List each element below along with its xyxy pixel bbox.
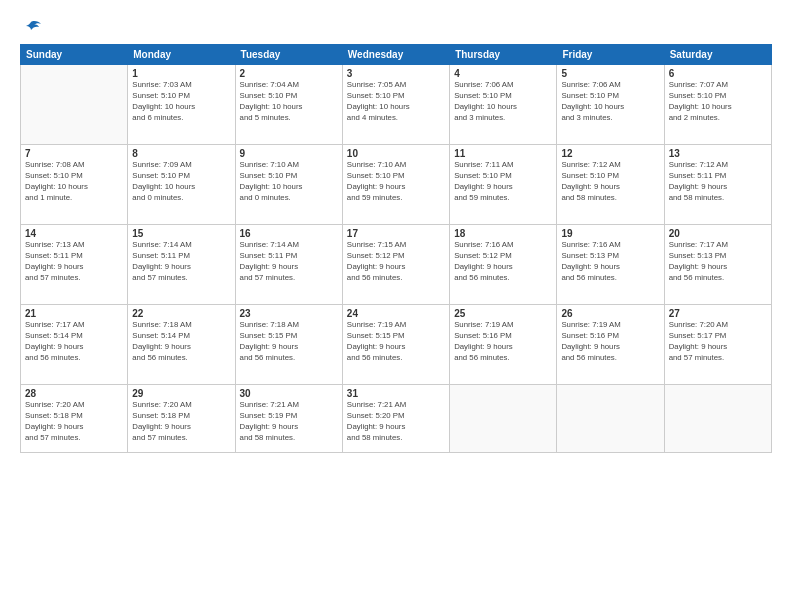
day-number: 3 [347,68,445,79]
day-info: Sunrise: 7:13 AMSunset: 5:11 PMDaylight:… [25,240,123,284]
day-number: 16 [240,228,338,239]
calendar-cell: 29Sunrise: 7:20 AMSunset: 5:18 PMDayligh… [128,385,235,453]
day-info: Sunrise: 7:06 AMSunset: 5:10 PMDaylight:… [454,80,552,124]
calendar-cell: 30Sunrise: 7:21 AMSunset: 5:19 PMDayligh… [235,385,342,453]
day-number: 10 [347,148,445,159]
day-number: 24 [347,308,445,319]
day-info: Sunrise: 7:16 AMSunset: 5:13 PMDaylight:… [561,240,659,284]
day-number: 30 [240,388,338,399]
day-info: Sunrise: 7:17 AMSunset: 5:13 PMDaylight:… [669,240,767,284]
calendar-cell: 10Sunrise: 7:10 AMSunset: 5:10 PMDayligh… [342,145,449,225]
calendar-cell: 16Sunrise: 7:14 AMSunset: 5:11 PMDayligh… [235,225,342,305]
calendar-header-row: SundayMondayTuesdayWednesdayThursdayFrid… [21,45,772,65]
day-info: Sunrise: 7:07 AMSunset: 5:10 PMDaylight:… [669,80,767,124]
calendar-cell: 17Sunrise: 7:15 AMSunset: 5:12 PMDayligh… [342,225,449,305]
calendar-cell: 3Sunrise: 7:05 AMSunset: 5:10 PMDaylight… [342,65,449,145]
calendar-cell: 23Sunrise: 7:18 AMSunset: 5:15 PMDayligh… [235,305,342,385]
day-number: 1 [132,68,230,79]
logo [20,18,43,36]
calendar-cell: 7Sunrise: 7:08 AMSunset: 5:10 PMDaylight… [21,145,128,225]
calendar-header-wednesday: Wednesday [342,45,449,65]
day-info: Sunrise: 7:03 AMSunset: 5:10 PMDaylight:… [132,80,230,124]
day-info: Sunrise: 7:06 AMSunset: 5:10 PMDaylight:… [561,80,659,124]
day-number: 6 [669,68,767,79]
day-number: 19 [561,228,659,239]
calendar-cell [557,385,664,453]
day-number: 12 [561,148,659,159]
calendar-cell: 11Sunrise: 7:11 AMSunset: 5:10 PMDayligh… [450,145,557,225]
logo-text [20,18,41,36]
day-info: Sunrise: 7:08 AMSunset: 5:10 PMDaylight:… [25,160,123,204]
day-number: 22 [132,308,230,319]
day-number: 20 [669,228,767,239]
day-info: Sunrise: 7:19 AMSunset: 5:16 PMDaylight:… [454,320,552,364]
day-number: 2 [240,68,338,79]
calendar-cell: 21Sunrise: 7:17 AMSunset: 5:14 PMDayligh… [21,305,128,385]
calendar-cell: 6Sunrise: 7:07 AMSunset: 5:10 PMDaylight… [664,65,771,145]
day-info: Sunrise: 7:19 AMSunset: 5:16 PMDaylight:… [561,320,659,364]
calendar-cell: 2Sunrise: 7:04 AMSunset: 5:10 PMDaylight… [235,65,342,145]
day-number: 18 [454,228,552,239]
day-number: 4 [454,68,552,79]
calendar-cell: 1Sunrise: 7:03 AMSunset: 5:10 PMDaylight… [128,65,235,145]
calendar-cell: 5Sunrise: 7:06 AMSunset: 5:10 PMDaylight… [557,65,664,145]
day-info: Sunrise: 7:09 AMSunset: 5:10 PMDaylight:… [132,160,230,204]
calendar-week-4: 21Sunrise: 7:17 AMSunset: 5:14 PMDayligh… [21,305,772,385]
calendar-week-2: 7Sunrise: 7:08 AMSunset: 5:10 PMDaylight… [21,145,772,225]
day-number: 29 [132,388,230,399]
calendar-cell: 15Sunrise: 7:14 AMSunset: 5:11 PMDayligh… [128,225,235,305]
calendar-header-tuesday: Tuesday [235,45,342,65]
day-number: 14 [25,228,123,239]
day-info: Sunrise: 7:21 AMSunset: 5:19 PMDaylight:… [240,400,338,444]
calendar-cell: 28Sunrise: 7:20 AMSunset: 5:18 PMDayligh… [21,385,128,453]
day-info: Sunrise: 7:11 AMSunset: 5:10 PMDaylight:… [454,160,552,204]
day-number: 23 [240,308,338,319]
logo-bird-icon [21,20,41,36]
calendar-cell: 26Sunrise: 7:19 AMSunset: 5:16 PMDayligh… [557,305,664,385]
day-number: 17 [347,228,445,239]
day-info: Sunrise: 7:17 AMSunset: 5:14 PMDaylight:… [25,320,123,364]
day-info: Sunrise: 7:05 AMSunset: 5:10 PMDaylight:… [347,80,445,124]
day-info: Sunrise: 7:10 AMSunset: 5:10 PMDaylight:… [347,160,445,204]
calendar-header-friday: Friday [557,45,664,65]
day-info: Sunrise: 7:12 AMSunset: 5:11 PMDaylight:… [669,160,767,204]
calendar-header-sunday: Sunday [21,45,128,65]
day-info: Sunrise: 7:18 AMSunset: 5:14 PMDaylight:… [132,320,230,364]
calendar-cell [664,385,771,453]
day-info: Sunrise: 7:15 AMSunset: 5:12 PMDaylight:… [347,240,445,284]
day-number: 27 [669,308,767,319]
calendar-cell: 12Sunrise: 7:12 AMSunset: 5:10 PMDayligh… [557,145,664,225]
calendar-cell: 8Sunrise: 7:09 AMSunset: 5:10 PMDaylight… [128,145,235,225]
calendar-cell: 27Sunrise: 7:20 AMSunset: 5:17 PMDayligh… [664,305,771,385]
day-info: Sunrise: 7:19 AMSunset: 5:15 PMDaylight:… [347,320,445,364]
day-info: Sunrise: 7:20 AMSunset: 5:18 PMDaylight:… [25,400,123,444]
day-info: Sunrise: 7:16 AMSunset: 5:12 PMDaylight:… [454,240,552,284]
calendar-cell: 13Sunrise: 7:12 AMSunset: 5:11 PMDayligh… [664,145,771,225]
day-number: 21 [25,308,123,319]
calendar: SundayMondayTuesdayWednesdayThursdayFrid… [20,44,772,453]
day-number: 5 [561,68,659,79]
calendar-cell: 19Sunrise: 7:16 AMSunset: 5:13 PMDayligh… [557,225,664,305]
calendar-week-3: 14Sunrise: 7:13 AMSunset: 5:11 PMDayligh… [21,225,772,305]
day-info: Sunrise: 7:20 AMSunset: 5:18 PMDaylight:… [132,400,230,444]
day-info: Sunrise: 7:14 AMSunset: 5:11 PMDaylight:… [240,240,338,284]
day-number: 8 [132,148,230,159]
calendar-cell: 22Sunrise: 7:18 AMSunset: 5:14 PMDayligh… [128,305,235,385]
calendar-cell [450,385,557,453]
header [20,18,772,36]
day-number: 9 [240,148,338,159]
calendar-header-saturday: Saturday [664,45,771,65]
day-info: Sunrise: 7:21 AMSunset: 5:20 PMDaylight:… [347,400,445,444]
day-info: Sunrise: 7:04 AMSunset: 5:10 PMDaylight:… [240,80,338,124]
day-number: 31 [347,388,445,399]
calendar-cell: 4Sunrise: 7:06 AMSunset: 5:10 PMDaylight… [450,65,557,145]
calendar-week-5: 28Sunrise: 7:20 AMSunset: 5:18 PMDayligh… [21,385,772,453]
calendar-cell: 9Sunrise: 7:10 AMSunset: 5:10 PMDaylight… [235,145,342,225]
calendar-header-thursday: Thursday [450,45,557,65]
day-info: Sunrise: 7:18 AMSunset: 5:15 PMDaylight:… [240,320,338,364]
day-info: Sunrise: 7:14 AMSunset: 5:11 PMDaylight:… [132,240,230,284]
page: SundayMondayTuesdayWednesdayThursdayFrid… [0,0,792,612]
day-number: 25 [454,308,552,319]
day-info: Sunrise: 7:12 AMSunset: 5:10 PMDaylight:… [561,160,659,204]
calendar-cell [21,65,128,145]
